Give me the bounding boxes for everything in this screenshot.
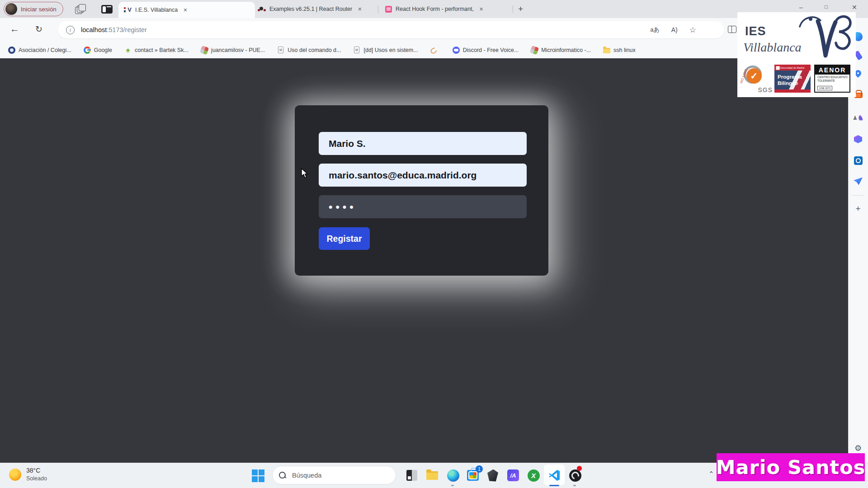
bookmark-google[interactable]: Google (84, 47, 112, 54)
obs-running-indicator (573, 485, 576, 486)
tray-chevron-icon[interactable]: ⌃ (708, 470, 714, 478)
tab-close-icon[interactable]: ✕ (356, 5, 363, 13)
browser-profile-button[interactable]: Iniciar sesión (4, 2, 63, 16)
avatar (5, 3, 17, 15)
games-icon[interactable]: ♟♞ (853, 113, 863, 123)
url-text: localhost:5173/register (81, 26, 147, 33)
sidebar-add-icon[interactable]: + (853, 203, 863, 214)
taskbar-search-box[interactable]: Búsqueda (272, 466, 396, 484)
spade-icon: ♠ (124, 47, 132, 54)
bookmark-juancamilosv[interactable]: juancamilosv - PUE... (201, 47, 265, 54)
bookmark-dd-usos[interactable]: [dd] Usos en sistem... (353, 47, 418, 53)
password-input[interactable]: •••• (319, 195, 527, 218)
tab-title: React Hook Form - performant, (396, 6, 474, 12)
vscode-icon[interactable] (547, 469, 561, 482)
workspaces-icon[interactable] (75, 4, 87, 14)
new-tab-button[interactable]: + (518, 4, 523, 14)
react-router-favicon (258, 5, 266, 13)
favorite-star-icon[interactable]: ☆ (689, 25, 696, 35)
emblem-icon (8, 47, 15, 54)
sgs-certification-logo: ✓ ISO 14001 SGS (740, 65, 774, 94)
app-icon-dark[interactable] (405, 469, 419, 482)
react-hook-form-favicon (385, 6, 392, 13)
email-input[interactable]: mario.santos@educa.madrid.org (319, 164, 527, 187)
discord-icon (453, 47, 460, 54)
bookmark-discord[interactable]: Discord - Free Voice... (453, 47, 519, 54)
vscode-glyph (548, 469, 561, 482)
obs-record-badge (577, 466, 582, 471)
pinwheel-icon (200, 45, 209, 55)
villablanca-bird-logo (797, 12, 855, 63)
store-notification-badge: 1 (476, 465, 483, 473)
bookmark-uso-comando[interactable]: Uso del comando d... (277, 47, 341, 53)
ies-villablanca-logo-overlay: IES Villablanca ✓ ISO 14001 SGS Comunida… (737, 12, 856, 97)
folder-icon (603, 48, 610, 53)
weather-condition[interactable]: Soleado (26, 475, 47, 482)
register-form-card (295, 105, 548, 276)
outlook-icon[interactable] (853, 155, 863, 166)
tab-react-router[interactable]: Examples v6.25.1 | React Router ✕ (252, 2, 380, 16)
bookmark-ssh-linux[interactable]: ssh linux (603, 47, 636, 53)
weather-sun-icon[interactable] (9, 469, 21, 481)
search-icon (279, 472, 286, 479)
window-maximize-button[interactable]: □ (825, 4, 828, 10)
bookmark-orange-loop[interactable] (430, 47, 440, 53)
edge-running-indicator (451, 485, 454, 486)
loop-icon (429, 46, 438, 54)
mario-santos-watermark: Mario Santos (717, 453, 865, 481)
address-bar[interactable]: i localhost:5173/register aあ A) ☆ (58, 21, 724, 38)
site-info-icon[interactable]: i (66, 26, 75, 34)
obsidian-icon[interactable] (486, 469, 500, 482)
sign-in-label: Iniciar sesión (21, 6, 57, 13)
microsoft365-icon[interactable] (853, 134, 863, 145)
split-screen-icon[interactable] (728, 26, 736, 33)
edge-browser-icon[interactable] (446, 469, 460, 482)
app-icon-slash-a[interactable]: /A (506, 469, 520, 482)
pinwheel-icon (530, 45, 539, 55)
name-input[interactable]: Mario S. (319, 132, 527, 155)
tab-ies-villablanca[interactable]: V I.E.S. Villablanca ✕ (118, 2, 255, 18)
drop-paper-plane-icon[interactable] (853, 176, 863, 187)
page-icon (354, 47, 359, 53)
sidebar-divider (852, 195, 864, 196)
mouse-cursor (301, 168, 311, 181)
logo-text-ies: IES (745, 24, 766, 38)
google-icon (84, 47, 91, 54)
tab-close-icon[interactable]: ✕ (181, 6, 189, 14)
bookmark-microinformatico[interactable]: Microinformatico -... (531, 47, 591, 54)
aenor-certification-logo: AENOR CENTRO EDUCATIVO TOLERANTE UNE 007… (814, 65, 850, 93)
register-button[interactable]: Registar (319, 227, 370, 250)
logo-text-villablanca: Villablanca (743, 40, 802, 55)
programa-bilingue-logo: Comunidad de Madrid ProgramaBilingüe (774, 65, 811, 93)
page-icon (278, 47, 283, 53)
bookmark-contact-bartek[interactable]: ♠contact » Bartek Sk... (124, 47, 189, 54)
bookmarks-bar: Asociación / Colegi... Google ♠contact »… (0, 42, 848, 58)
window-minimize-button[interactable]: – (799, 4, 803, 11)
xbox-icon[interactable]: X (527, 469, 540, 482)
vscode-running-indicator (549, 485, 559, 486)
tab-react-hook-form[interactable]: React Hook Form - performant, ✕ (380, 2, 509, 16)
search-placeholder: Búsqueda (292, 472, 321, 479)
tab-title: Examples v6.25.1 | React Router (269, 6, 352, 12)
sidebar-settings-gear-icon[interactable]: ⚙ (853, 443, 863, 454)
tab-actions-icon[interactable] (101, 5, 113, 14)
tab-separator (378, 5, 378, 13)
bookmark-asociacion[interactable]: Asociación / Colegi... (8, 47, 71, 54)
window-close-button[interactable]: ✕ (852, 4, 857, 11)
read-aloud-icon[interactable]: A) (671, 26, 678, 33)
screen: Iniciar sesión V I.E.S. Villablanca ✕ Ex… (0, 0, 868, 488)
weather-temperature[interactable]: 38°C (26, 467, 40, 474)
back-icon[interactable]: ← (10, 23, 19, 34)
file-explorer-icon[interactable] (425, 469, 439, 482)
refresh-icon[interactable]: ↻ (35, 24, 42, 34)
villablanca-favicon: V (124, 6, 132, 14)
tab-close-icon[interactable]: ✕ (477, 5, 485, 13)
tab-separator (513, 5, 513, 13)
translate-icon[interactable]: aあ (650, 26, 660, 34)
windows-start-icon[interactable] (252, 469, 264, 482)
tab-title: I.E.S. Villablanca (135, 7, 178, 13)
